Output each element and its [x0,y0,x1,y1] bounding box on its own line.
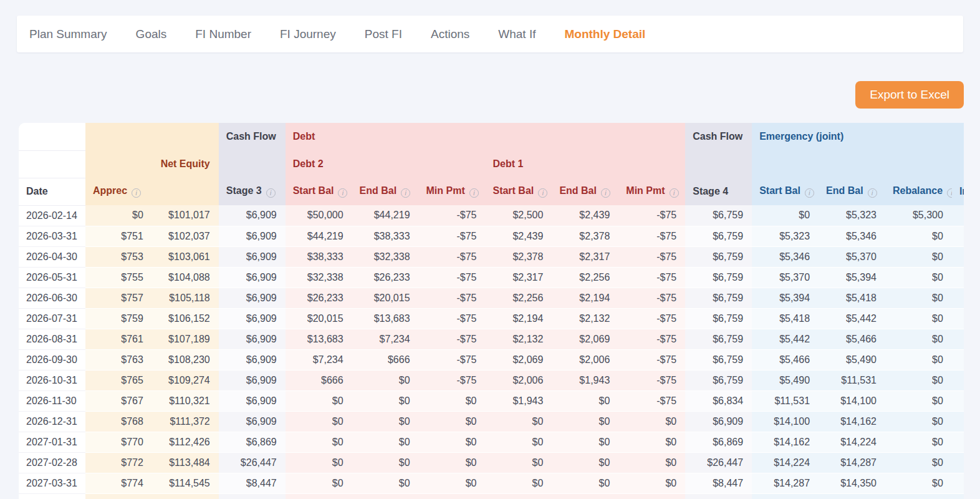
cell-stage3: $6,909 [219,288,286,308]
cell-net_equity_value: $102,037 [152,226,219,246]
column-header-d1_start: Start Bali [485,178,552,205]
cell-d1_min: -$75 [618,308,685,329]
cell-d1_end: $2,194 [552,288,618,308]
cell-initial [952,288,964,308]
tab-goals[interactable]: Goals [136,27,167,41]
tab-actions[interactable]: Actions [431,27,469,41]
cell-stage4: $26,447 [685,452,752,473]
cell-d2_start: $7,234 [286,349,352,370]
cell-em_start: $5,490 [752,370,819,390]
cell-em_end: $14,287 [819,452,885,473]
cell-d1_end: $2,317 [552,246,618,267]
cell-d2_end: $0 [352,370,419,390]
tab-fi-number[interactable]: FI Number [195,27,251,41]
tab-plan-summary[interactable]: Plan Summary [29,27,107,41]
group-cash-flow-1: Cash Flow [219,123,286,150]
table-row: 2026-04-30$753$103,061$6,909$38,333$32,3… [19,246,964,267]
cell-em_end: $5,490 [819,349,885,370]
cell-em_start: $5,466 [752,349,819,370]
cell-d2_start: $0 [286,452,352,473]
cell-apprec: $765 [85,370,152,390]
info-icon[interactable]: i [266,188,276,198]
group-empty-date [19,123,85,150]
cell-d1_start: $0 [485,411,552,432]
info-icon[interactable]: i [601,188,610,198]
cell-d1_end: $0 [552,390,618,411]
table-row: 2026-08-31$761$107,189$6,909$13,683$7,23… [19,329,964,349]
cell-stage4 [685,493,752,499]
cell-em_end: $5,323 [819,205,885,226]
info-icon[interactable]: i [805,188,814,198]
cell-rebalance: $0 [885,370,952,390]
cell-initial [952,432,964,452]
cell-net_equity_value: $114,545 [152,473,219,493]
cell-em_end: $14,162 [819,411,885,432]
cell-d1_min: $0 [618,411,685,432]
cell-d2_min: -$75 [419,205,486,226]
cell-d1_start: $2,256 [485,288,552,308]
table-row: 2026-05-31$755$104,088$6,909$32,338$26,2… [19,267,964,288]
export-to-excel-button[interactable]: Export to Excel [855,81,964,109]
tab-monthly-detail[interactable]: Monthly Detail [564,27,645,41]
cell-d1_end: $2,069 [552,329,618,349]
cell-d2_end: $0 [352,390,419,411]
subgroup-empty-date [19,150,85,178]
cell-d1_end: $2,439 [552,205,618,226]
cell-date [19,493,85,499]
cell-d2_end: $20,015 [352,288,419,308]
cell-initial [952,329,964,349]
tab-fi-journey[interactable]: FI Journey [280,27,336,41]
cell-em_start: $14,162 [752,432,819,452]
info-icon[interactable]: i [670,188,679,198]
subgroup-emergency-blank [752,150,964,178]
cell-date: 2026-11-30 [19,390,85,411]
table-row: 2026-03-31$751$102,037$6,909$44,219$38,3… [19,226,964,246]
cell-d2_min: $0 [419,390,486,411]
cell-d2_end: $0 [352,432,419,452]
cell-d1_start: $2,500 [485,205,552,226]
cell-rebalance: $0 [885,329,952,349]
cell-d2_start: $32,338 [286,267,352,288]
cell-d2_min: $0 [419,473,486,493]
cell-em_end: $5,466 [819,329,885,349]
column-header-d2_end: End Bali [352,178,419,205]
info-icon[interactable]: i [868,188,877,198]
cell-d2_end: $32,338 [352,246,419,267]
cell-net_equity_value: $103,061 [152,246,219,267]
cell-initial [952,452,964,473]
cell-d1_start: $2,132 [485,329,552,349]
cell-net_equity_value: $109,274 [152,370,219,390]
cell-stage3: $6,909 [219,205,286,226]
cell-stage3: $26,447 [219,452,286,473]
cell-net_equity_value: $106,152 [152,308,219,329]
cell-d1_min: -$75 [618,390,685,411]
column-header-stage4: Stage 4 [685,178,752,205]
cell-apprec: $772 [85,452,152,473]
cell-d2_min: -$75 [419,246,486,267]
column-header-label: End Bal [826,185,863,196]
table-row: 2026-11-30$767$110,321$6,909$0$0$0$1,943… [19,390,964,411]
cell-stage4: $6,834 [685,390,752,411]
column-header-label: Start Bal [759,185,800,196]
cell-d1_end: $0 [552,473,618,493]
info-icon[interactable]: i [538,188,547,198]
cell-rebalance: $0 [885,267,952,288]
info-icon[interactable]: i [338,188,347,198]
info-icon[interactable]: i [947,188,952,198]
cell-rebalance: $0 [885,432,952,452]
cell-d1_start: $0 [485,432,552,452]
tab-what-if[interactable]: What If [498,27,536,41]
tab-post-fi[interactable]: Post FI [365,27,402,41]
info-icon[interactable]: i [469,188,479,198]
cell-d1_end: $2,378 [552,226,618,246]
cell-d1_end: $0 [552,432,618,452]
cell-apprec: $770 [85,432,152,452]
cell-d2_min: $0 [419,432,486,452]
info-icon[interactable]: i [132,188,141,198]
cell-rebalance: $0 [885,473,952,493]
cell-em_end: $14,224 [819,432,885,452]
cell-d2_start: $0 [286,473,352,493]
info-icon[interactable]: i [401,188,410,198]
cell-d2_end [352,493,419,499]
cell-d2_end: $38,333 [352,226,419,246]
